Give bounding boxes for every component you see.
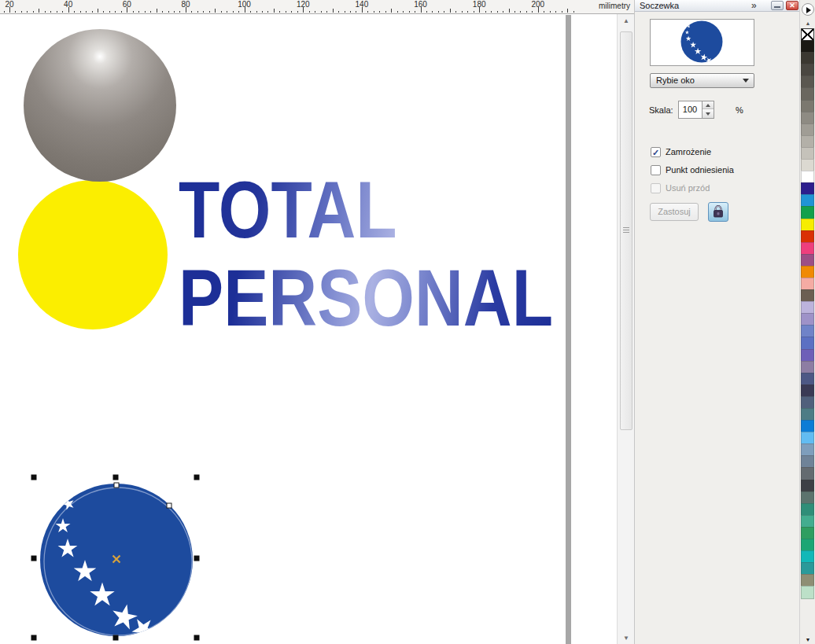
color-swatch[interactable] — [801, 182, 814, 195]
yellow-circle-shape[interactable] — [18, 180, 168, 329]
color-swatch[interactable] — [801, 337, 814, 349]
ruler-tick — [15, 11, 16, 13]
color-swatch[interactable] — [801, 480, 814, 492]
ruler-tick — [432, 11, 433, 13]
lens-type-dropdown[interactable]: Rybie oko — [650, 73, 754, 88]
selected-lens-object[interactable] — [28, 470, 205, 644]
color-swatch[interactable] — [801, 112, 814, 124]
color-swatch[interactable] — [801, 373, 814, 385]
no-color-swatch[interactable] — [801, 28, 814, 41]
color-swatch[interactable] — [801, 539, 814, 551]
color-swatch[interactable] — [801, 455, 814, 468]
ruler-tick — [562, 11, 562, 13]
palette-swatches — [801, 29, 815, 599]
selection-handle[interactable] — [31, 556, 37, 561]
selection-handle[interactable] — [31, 635, 37, 641]
logo-text-total[interactable]: TOTAL — [179, 170, 397, 250]
color-swatch[interactable] — [801, 467, 814, 480]
color-swatch[interactable] — [801, 100, 814, 112]
ruler-tick — [397, 11, 398, 13]
curve-node[interactable] — [167, 503, 171, 508]
color-swatch[interactable] — [801, 135, 814, 148]
palette-scroll-up[interactable]: ▲ — [800, 20, 815, 28]
scrollbar-thumb[interactable] — [620, 31, 632, 430]
color-swatch[interactable] — [801, 40, 814, 53]
color-swatch[interactable] — [801, 254, 814, 267]
color-swatch[interactable] — [801, 278, 814, 290]
color-swatch[interactable] — [801, 75, 814, 88]
color-swatch[interactable] — [801, 574, 814, 587]
ruler-tick — [262, 11, 263, 13]
ruler-tick — [509, 9, 510, 13]
curve-node[interactable] — [114, 483, 119, 488]
color-swatch[interactable] — [801, 147, 814, 160]
ruler-tick — [297, 11, 298, 13]
color-swatch[interactable] — [801, 301, 814, 314]
color-swatch[interactable] — [801, 385, 814, 397]
color-swatch[interactable] — [801, 562, 814, 575]
color-swatch[interactable] — [801, 52, 814, 64]
lock-button[interactable] — [708, 202, 728, 222]
color-swatch[interactable] — [801, 503, 814, 516]
spin-down-button[interactable] — [703, 110, 714, 118]
checkbox-row-2: Usuń przód — [635, 180, 800, 198]
selection-handle[interactable] — [113, 475, 119, 480]
docker-close-button[interactable]: ✕ — [786, 1, 798, 10]
color-swatch[interactable] — [801, 194, 814, 207]
color-swatch[interactable] — [801, 408, 814, 421]
selection-handle[interactable] — [194, 556, 200, 561]
selection-handle[interactable] — [194, 635, 200, 641]
color-swatch[interactable] — [801, 123, 814, 136]
palette-scroll-down[interactable]: ▼ — [800, 636, 815, 644]
checkbox[interactable] — [651, 165, 661, 175]
color-swatch[interactable] — [801, 159, 814, 171]
color-swatch[interactable] — [801, 64, 814, 76]
color-swatch[interactable] — [801, 266, 814, 278]
ruler-number: 100 — [238, 0, 251, 9]
color-swatch[interactable] — [801, 219, 814, 231]
scroll-up-button[interactable]: ▲ — [619, 16, 633, 27]
color-swatch[interactable] — [801, 289, 814, 302]
color-swatch[interactable] — [801, 230, 814, 243]
color-swatch[interactable] — [801, 550, 814, 563]
selection-handle[interactable] — [113, 635, 119, 641]
checkbox[interactable]: ✓ — [651, 147, 661, 157]
apply-button[interactable]: Zastosuj — [650, 203, 699, 221]
color-swatch[interactable] — [801, 87, 814, 100]
ruler-tick — [503, 11, 503, 13]
color-swatch[interactable] — [801, 361, 814, 374]
logo-text-personal[interactable]: PERSONAL — [179, 258, 553, 338]
lens-type-value: Rybie oko — [656, 75, 695, 85]
color-swatch[interactable] — [801, 432, 814, 444]
ruler-tick — [21, 11, 22, 13]
color-swatch[interactable] — [801, 171, 814, 183]
color-swatch[interactable] — [801, 491, 814, 504]
color-swatch[interactable] — [801, 420, 814, 432]
color-swatch[interactable] — [801, 325, 814, 337]
color-swatch[interactable] — [801, 527, 814, 539]
docker-minimize-button[interactable] — [771, 1, 784, 10]
color-swatch[interactable] — [801, 313, 814, 326]
ruler-tick — [233, 11, 234, 13]
selection-handle[interactable] — [31, 475, 37, 480]
palette-flyout-button[interactable] — [802, 3, 814, 16]
color-swatch[interactable] — [801, 586, 814, 598]
spin-up-button[interactable] — [703, 101, 714, 109]
color-swatch[interactable] — [801, 396, 814, 409]
scroll-down-button[interactable]: ▼ — [619, 633, 633, 644]
gray-sphere-shape[interactable] — [24, 29, 176, 182]
color-swatch[interactable] — [801, 206, 814, 219]
drawing-canvas[interactable]: TOTAL PERSONAL — [0, 15, 617, 644]
scale-row: Skala: 100 % — [635, 101, 800, 120]
scale-spinner[interactable]: 100 — [678, 101, 714, 119]
color-swatch[interactable] — [801, 242, 814, 255]
docker-flyout-chevron-icon[interactable]: » — [751, 0, 757, 11]
vertical-scrollbar[interactable]: ▲ ▼ — [617, 14, 634, 644]
selection-handle[interactable] — [194, 475, 200, 480]
color-swatch[interactable] — [801, 515, 814, 528]
scale-input[interactable]: 100 — [679, 105, 701, 114]
flyout-arrow-icon — [806, 7, 811, 13]
color-swatch[interactable] — [801, 349, 814, 362]
ruler-number: 140 — [356, 0, 369, 9]
color-swatch[interactable] — [801, 443, 814, 456]
